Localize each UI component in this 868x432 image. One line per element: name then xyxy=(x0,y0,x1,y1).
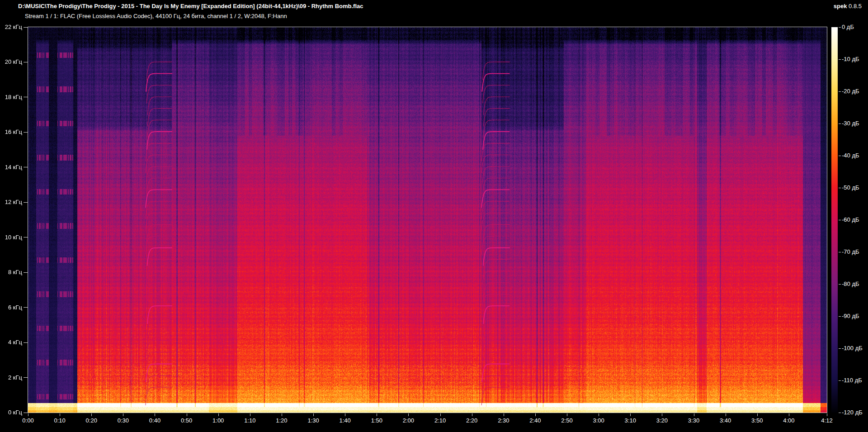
legend-tick xyxy=(839,316,841,317)
time-tick-label: 2:20 xyxy=(461,417,483,424)
stream-info: Stream 1 / 1: FLAC (Free Lossless Audio … xyxy=(25,13,287,20)
time-tick-label: 1:50 xyxy=(365,417,388,424)
time-tick-label: 2:30 xyxy=(492,417,515,424)
freq-tick xyxy=(24,413,28,413)
time-tick-label: 3:40 xyxy=(714,417,737,424)
legend-tick-label: -20 дБ xyxy=(842,88,859,95)
legend-tick-label: -70 дБ xyxy=(842,248,859,256)
freq-tick xyxy=(24,97,28,97)
legend-tick xyxy=(839,284,841,285)
time-tick xyxy=(123,413,123,416)
time-tick xyxy=(599,413,599,416)
time-tick xyxy=(757,413,758,416)
time-tick-label: 0:20 xyxy=(80,417,103,424)
freq-tick-label: 20 кГц xyxy=(0,58,22,66)
time-tick xyxy=(827,413,827,416)
legend-tick xyxy=(839,123,841,124)
legend-tick xyxy=(839,59,841,60)
time-tick xyxy=(313,413,314,416)
time-tick xyxy=(282,413,282,416)
time-tick-label: 0:10 xyxy=(48,417,71,424)
freq-tick-label: 12 кГц xyxy=(0,199,22,206)
freq-tick-label: 4 кГц xyxy=(0,339,22,346)
legend-tick-label: -80 дБ xyxy=(842,280,859,288)
time-tick-label: 4:00 xyxy=(778,417,800,424)
legend-tick-label: -120 дБ xyxy=(842,409,863,416)
time-tick-label: 2:00 xyxy=(397,417,420,424)
freq-tick xyxy=(24,237,28,237)
legend-tick xyxy=(839,413,841,413)
time-tick xyxy=(28,413,28,416)
legend-tick-label: 0 дБ xyxy=(842,24,854,31)
time-tick xyxy=(567,413,567,416)
spek-window: D:\MUSIC\The Prodigy\The Prodigy - 2015 … xyxy=(0,0,868,432)
spectrogram-plot xyxy=(28,27,827,413)
time-tick xyxy=(440,413,441,416)
legend-gradient-bar xyxy=(831,27,838,413)
spectrogram-canvas xyxy=(28,27,827,413)
legend-tick xyxy=(839,27,841,28)
time-tick xyxy=(377,413,377,416)
time-tick xyxy=(60,413,60,416)
time-tick-label: 4:12 xyxy=(816,417,838,424)
time-tick-label: 1:10 xyxy=(239,417,261,424)
freq-tick xyxy=(24,62,28,62)
app-name: spek xyxy=(834,3,847,9)
time-tick-label: 3:10 xyxy=(619,417,642,424)
time-tick xyxy=(187,413,187,416)
time-tick xyxy=(694,413,694,416)
freq-tick xyxy=(24,167,28,167)
freq-tick xyxy=(24,342,28,343)
app-title: spek 0.8.5 xyxy=(834,3,862,10)
freq-tick-label: 0 кГц xyxy=(0,409,22,416)
time-tick-label: 0:50 xyxy=(175,417,198,424)
time-tick xyxy=(535,413,536,416)
file-path-title: D:\MUSIC\The Prodigy\The Prodigy - 2015 … xyxy=(18,3,363,10)
time-tick-label: 3:00 xyxy=(587,417,610,424)
time-tick xyxy=(789,413,789,416)
time-tick xyxy=(408,413,409,416)
legend-tick-label: -10 дБ xyxy=(842,56,859,63)
legend-tick-label: -30 дБ xyxy=(842,120,859,127)
time-tick xyxy=(726,413,726,416)
freq-tick-label: 14 кГц xyxy=(0,164,22,171)
time-tick xyxy=(91,413,92,416)
time-tick xyxy=(155,413,155,416)
time-tick-label: 2:50 xyxy=(556,417,578,424)
time-tick xyxy=(218,413,219,416)
time-tick-label: 1:00 xyxy=(207,417,230,424)
legend-tick-label: -40 дБ xyxy=(842,152,859,159)
time-tick xyxy=(630,413,631,416)
freq-tick-label: 16 кГц xyxy=(0,128,22,136)
time-tick-label: 3:20 xyxy=(651,417,673,424)
freq-tick-label: 2 кГц xyxy=(0,374,22,381)
freq-tick xyxy=(24,132,28,133)
time-tick xyxy=(504,413,504,416)
legend-tick xyxy=(839,380,841,381)
freq-tick-label: 18 кГц xyxy=(0,94,22,101)
time-tick-label: 2:40 xyxy=(524,417,547,424)
freq-tick xyxy=(24,377,28,378)
time-tick xyxy=(345,413,345,416)
freq-tick-label: 22 кГц xyxy=(0,24,22,31)
time-tick-label: 0:30 xyxy=(112,417,134,424)
freq-tick xyxy=(24,307,28,308)
legend-tick-label: -100 дБ xyxy=(842,345,863,352)
time-tick-label: 3:50 xyxy=(746,417,769,424)
legend-tick-label: -60 дБ xyxy=(842,216,859,223)
time-tick xyxy=(472,413,472,416)
freq-tick xyxy=(24,27,28,28)
legend-tick xyxy=(839,188,841,188)
time-tick-label: 1:30 xyxy=(302,417,325,424)
legend-tick-label: -90 дБ xyxy=(842,313,859,320)
freq-tick-label: 6 кГц xyxy=(0,304,22,311)
legend-tick xyxy=(839,348,841,349)
time-tick xyxy=(250,413,250,416)
time-tick-label: 0:40 xyxy=(143,417,166,424)
freq-tick-label: 8 кГц xyxy=(0,269,22,276)
time-tick-label: 2:10 xyxy=(429,417,452,424)
time-tick-label: 0:00 xyxy=(17,417,39,424)
time-tick-label: 3:30 xyxy=(683,417,705,424)
freq-tick-label: 10 кГц xyxy=(0,234,22,241)
app-version: 0.8.5 xyxy=(849,3,862,9)
